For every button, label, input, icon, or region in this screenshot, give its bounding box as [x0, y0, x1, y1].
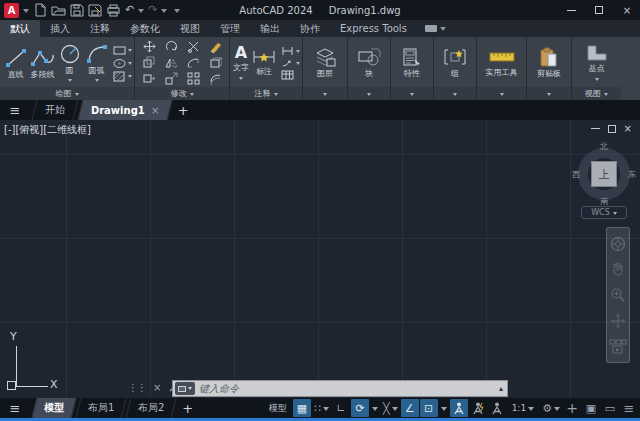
stretch-button[interactable]: [143, 72, 156, 87]
circle-button[interactable]: 圆: [56, 43, 83, 84]
rotate-button[interactable]: [165, 40, 178, 55]
trim-button[interactable]: [187, 40, 200, 55]
viewcube-west-label[interactable]: 西: [572, 169, 580, 180]
close-button[interactable]: ×: [614, 1, 640, 19]
model-space-toggle[interactable]: 模型: [264, 399, 292, 417]
undo-dropdown-icon[interactable]: [138, 9, 144, 16]
drawing-canvas[interactable]: [-][俯视][二维线框] × 上 北 南 西 东 WCS Y: [0, 120, 640, 398]
layout-menu-button[interactable]: ≡: [0, 398, 30, 418]
redo-dropdown-icon[interactable]: [161, 9, 167, 16]
clipboard-panel-flyout[interactable]: [527, 87, 571, 100]
ortho-mode-toggle[interactable]: ∟: [332, 399, 350, 417]
qat-customize-icon[interactable]: [174, 9, 180, 16]
orbit-icon[interactable]: [610, 313, 626, 329]
grid-display-toggle[interactable]: ▦: [293, 399, 311, 417]
command-close-icon[interactable]: ×: [153, 382, 161, 393]
maximize-button[interactable]: [586, 1, 612, 19]
view-panel-title[interactable]: 视图: [572, 87, 621, 100]
workspace-switching-button[interactable]: ⚙: [540, 399, 562, 417]
paste-button[interactable]: 剪贴板: [529, 39, 569, 87]
arc-button[interactable]: 圆弧: [83, 43, 110, 84]
ribbon-tab-express-tools[interactable]: Express Tools: [330, 20, 417, 37]
app-menu-chevron-icon[interactable]: [23, 9, 29, 16]
text-button[interactable]: A 文字: [232, 39, 250, 87]
ribbon-tab-insert[interactable]: 插入: [40, 20, 80, 37]
doc-restore-button[interactable]: [608, 125, 616, 133]
erase-button[interactable]: [209, 40, 222, 55]
groups-panel-flyout[interactable]: [434, 87, 476, 100]
base-view-button[interactable]: 基点: [574, 39, 619, 87]
isodraft-dropdown-icon[interactable]: [392, 407, 398, 414]
annotate-panel-title[interactable]: 注释: [230, 87, 302, 100]
drawing1-tab[interactable]: Drawing1×: [78, 100, 173, 120]
scale-button[interactable]: [165, 72, 178, 87]
annotation-scale-value[interactable]: 1:1: [507, 399, 539, 417]
viewcube-top-face[interactable]: 上: [591, 161, 617, 187]
polyline-button[interactable]: 多段线: [29, 47, 56, 80]
wcs-button[interactable]: WCS: [581, 206, 627, 219]
zoom-icon[interactable]: [610, 287, 626, 303]
grip-icon[interactable]: ⋮⋮: [128, 382, 146, 393]
object-snap-toggle[interactable]: ⊡: [420, 399, 438, 417]
snap-dropdown-icon[interactable]: [323, 407, 329, 414]
utilities-panel-flyout[interactable]: [477, 87, 526, 100]
annotation-autoscale-toggle[interactable]: [469, 399, 487, 417]
table-button[interactable]: [281, 70, 300, 80]
ellipse-button[interactable]: [113, 58, 132, 69]
rectangle-button[interactable]: [113, 45, 132, 56]
workspace-dropdown-icon[interactable]: [554, 407, 560, 414]
offset-button[interactable]: [209, 72, 222, 87]
model-tab[interactable]: 模型: [32, 398, 77, 418]
group-button[interactable]: 组: [436, 39, 474, 87]
redo-icon[interactable]: ↷: [148, 3, 157, 17]
hatch-button[interactable]: [113, 71, 132, 82]
ribbon-tab-output[interactable]: 输出: [250, 20, 290, 37]
recent-commands-button[interactable]: [175, 382, 195, 395]
ribbon-tab-home[interactable]: 默认: [0, 20, 40, 37]
explode-button[interactable]: [209, 56, 222, 71]
layout2-tab[interactable]: 布局2: [126, 398, 177, 418]
tab-close-icon[interactable]: ×: [151, 105, 159, 116]
save-as-icon[interactable]: [88, 3, 102, 17]
doc-close-button[interactable]: ×: [624, 123, 632, 134]
fillet-button[interactable]: [187, 56, 200, 71]
annotation-scale-icon-button[interactable]: [488, 399, 506, 417]
plot-icon[interactable]: [106, 3, 121, 17]
ribbon-tab-collaborate[interactable]: 协作: [290, 20, 330, 37]
properties-panel-flyout[interactable]: [391, 87, 433, 100]
polar-tracking-toggle[interactable]: ⟳: [351, 399, 369, 417]
leader-button[interactable]: [281, 58, 300, 68]
viewcube-north-label[interactable]: 北: [600, 141, 608, 152]
command-input[interactable]: [199, 383, 495, 394]
mirror-button[interactable]: [165, 56, 178, 71]
modify-panel-title[interactable]: 修改: [135, 87, 229, 100]
line-button[interactable]: 直线: [2, 47, 29, 80]
array-button[interactable]: [187, 72, 200, 87]
measure-button[interactable]: 实用工具: [479, 39, 524, 87]
file-tab-menu-button[interactable]: ≡: [0, 100, 30, 120]
dimension-button[interactable]: 标注: [252, 39, 276, 87]
layers-panel-flyout[interactable]: [303, 87, 347, 100]
new-drawing-tab-button[interactable]: +: [170, 100, 196, 120]
autocad-logo-icon[interactable]: A: [4, 3, 19, 18]
open-file-icon[interactable]: [51, 3, 66, 17]
move-button[interactable]: [143, 40, 156, 55]
isolate-objects-button[interactable]: ▣: [582, 399, 600, 417]
layer-properties-button[interactable]: 图层: [305, 39, 345, 87]
object-snap-tracking-toggle[interactable]: ∠: [401, 399, 419, 417]
show-motion-icon[interactable]: [609, 338, 627, 354]
viewport-controls[interactable]: [-][俯视][二维线框]: [4, 123, 91, 137]
start-tab[interactable]: 开始: [32, 100, 79, 120]
save-icon[interactable]: [70, 3, 84, 17]
block-panel-flyout[interactable]: [348, 87, 390, 100]
linear-dimension-button[interactable]: [281, 46, 300, 56]
new-file-icon[interactable]: [33, 3, 47, 17]
insert-block-button[interactable]: 块: [350, 39, 388, 87]
draw-panel-title[interactable]: 绘图: [0, 87, 134, 100]
ribbon-tab-manage[interactable]: 管理: [210, 20, 250, 37]
arc-flyout-icon[interactable]: [95, 79, 99, 84]
ribbon-tab-view[interactable]: 视图: [170, 20, 210, 37]
command-history-up-icon[interactable]: ▴: [495, 384, 507, 393]
clean-screen-button[interactable]: ▭: [601, 399, 619, 417]
customization-menu-button[interactable]: ≡: [620, 399, 638, 417]
